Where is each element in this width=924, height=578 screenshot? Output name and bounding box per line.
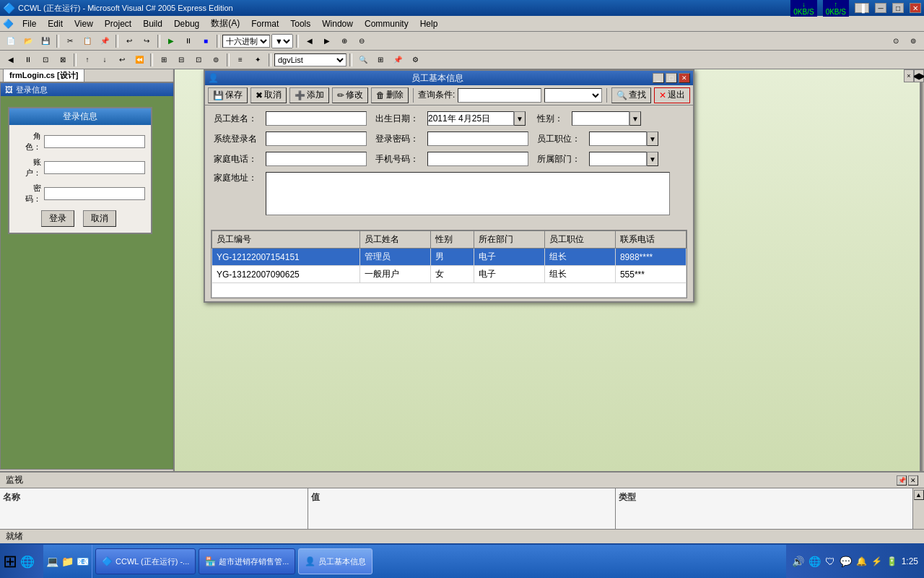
emp-add-btn[interactable]: ➕ 添加 — [289, 87, 329, 103]
menu-edit[interactable]: Edit — [42, 17, 69, 30]
tb2-btn4[interactable]: ⊠ — [55, 53, 71, 67]
emp-cancel-btn[interactable]: ✖ 取消 — [250, 87, 287, 103]
menu-data[interactable]: 数据(A) — [205, 16, 245, 31]
tb2-btn5[interactable]: ↑ — [79, 53, 95, 67]
menu-view[interactable]: View — [69, 17, 99, 30]
menu-debug[interactable]: Debug — [168, 17, 205, 30]
tb-open[interactable]: 📂 — [20, 34, 36, 48]
tb2-btn14[interactable]: ✦ — [250, 53, 266, 67]
table-row[interactable]: YG-13122007090625 一般用户 女 电子 组长 555*** — [212, 266, 687, 283]
emp-maximize-btn[interactable]: □ — [666, 73, 677, 83]
taskbar-item-super[interactable]: 🏪 超市进销存销售管... — [199, 548, 295, 574]
menu-project[interactable]: Project — [99, 17, 137, 30]
tray-icon-6[interactable]: ⚡ — [871, 556, 882, 566]
minimize-button[interactable]: ─ — [875, 3, 886, 13]
emp-minimize-btn[interactable]: _ — [653, 73, 664, 83]
tb-save[interactable]: 💾 — [38, 34, 53, 48]
emp-phone-input[interactable] — [266, 152, 367, 166]
tb2-btn13[interactable]: ≡ — [232, 53, 248, 67]
emp-mobile-input[interactable] — [427, 152, 528, 166]
menu-tools[interactable]: Tools — [284, 17, 316, 30]
tb2-back[interactable]: ◀ — [3, 53, 19, 67]
tb-right2[interactable]: ⊚ — [905, 34, 921, 48]
tray-icon-1[interactable]: 🔊 — [792, 556, 804, 567]
tb2-gear[interactable]: ⚙ — [407, 53, 423, 67]
emp-save-btn[interactable]: 💾 保存 — [208, 87, 248, 103]
menu-community[interactable]: Community — [359, 17, 414, 30]
close-button[interactable]: ✕ — [910, 3, 921, 13]
emp-delete-btn[interactable]: 🗑 删除 — [371, 87, 409, 103]
tb-undo[interactable]: ↩ — [121, 34, 137, 48]
password-input[interactable] — [44, 187, 145, 200]
query-combo[interactable] — [544, 88, 602, 103]
tb-right1[interactable]: ⊙ — [888, 34, 904, 48]
tb-extra4[interactable]: ⊖ — [354, 34, 370, 48]
tb2-btn8[interactable]: ⏪ — [131, 53, 147, 67]
tb2-btn9[interactable]: ⊞ — [156, 53, 172, 67]
ql-btn1[interactable]: 💻 — [46, 556, 58, 567]
monitor-pin-btn[interactable]: 📌 — [897, 475, 907, 486]
menu-window[interactable]: Window — [316, 17, 359, 30]
tb-extra2[interactable]: ▶ — [319, 34, 335, 48]
tb2-pause2[interactable]: ⏸ — [20, 53, 36, 67]
some-btn[interactable]: ▐ — [855, 3, 869, 13]
tb-extra3[interactable]: ⊕ — [336, 34, 352, 48]
tb2-btn10[interactable]: ⊟ — [173, 53, 189, 67]
emp-sysname-input[interactable] — [266, 131, 367, 146]
tb-new[interactable]: 📄 — [3, 34, 19, 48]
start-icon[interactable]: ⊞ — [3, 551, 17, 571]
tb2-btn7[interactable]: ↩ — [114, 53, 130, 67]
emp-close-btn[interactable]: ✕ — [679, 73, 690, 83]
tb-start[interactable]: ▶ — [163, 34, 179, 48]
monitor-tab[interactable]: 监视 — [6, 474, 23, 486]
scroll-up-btn[interactable]: ▲ — [914, 490, 924, 500]
tb2-search[interactable]: 🔍 — [355, 53, 371, 67]
collapse-left-icon[interactable]: ◀▶ — [914, 69, 924, 82]
pin-icon[interactable]: × — [904, 69, 914, 82]
emp-pwd-input[interactable] — [427, 131, 528, 146]
tray-icon-5[interactable]: 🔔 — [856, 556, 867, 566]
cancel-button[interactable]: 取消 — [83, 210, 116, 227]
menu-help[interactable]: Help — [414, 17, 444, 30]
tray-icon-2[interactable]: 🌐 — [808, 556, 821, 567]
position-dropdown-btn[interactable]: ▼ — [647, 131, 658, 146]
tray-icon-7[interactable]: 🔋 — [886, 556, 897, 566]
role-input[interactable] — [44, 135, 145, 148]
table-row[interactable]: YG-12122007154151 管理员 男 电子 组长 8988**** — [212, 249, 687, 266]
emp-exit-btn[interactable]: ✕ 退出 — [654, 87, 690, 103]
account-input[interactable] — [44, 161, 145, 174]
tb2-btn11[interactable]: ⊡ — [191, 53, 206, 67]
quick-launch-ie[interactable]: 🌐 — [20, 555, 35, 569]
ql-btn2[interactable]: 📁 — [61, 556, 74, 567]
menu-format[interactable]: Format — [245, 17, 284, 30]
taskbar-item-ccwl[interactable]: 🔷 CCWL (正在运行) -... — [95, 548, 196, 574]
gender-dropdown-btn[interactable]: ▼ — [629, 111, 641, 126]
tb-stop[interactable]: ■ — [198, 34, 214, 48]
dept-dropdown-btn[interactable]: ▼ — [647, 152, 658, 166]
login-button[interactable]: 登录 — [41, 210, 74, 227]
tb2-btn12[interactable]: ⊚ — [208, 53, 224, 67]
mode-dropdown[interactable]: ▼ — [271, 34, 293, 48]
monitor-close-btn[interactable]: ✕ — [908, 475, 918, 486]
tb-redo[interactable]: ↪ — [139, 34, 154, 48]
taskbar-item-emp[interactable]: 👤 员工基本信息 — [298, 548, 372, 574]
emp-addr-textarea[interactable] — [266, 172, 670, 215]
doc-tab-login[interactable]: frmLogin.cs [设计] — [3, 69, 84, 82]
emp-gender-input[interactable] — [572, 111, 629, 126]
emp-name-input[interactable] — [266, 111, 367, 126]
query-input[interactable] — [458, 88, 541, 103]
tray-icon-4[interactable]: 💬 — [840, 556, 852, 567]
dob-dropdown-btn[interactable]: ▼ — [514, 111, 526, 126]
emp-dept-input[interactable] — [589, 152, 647, 166]
tb2-btn6[interactable]: ↓ — [97, 53, 113, 67]
tb-extra1[interactable]: ◀ — [302, 34, 318, 48]
tb-cut[interactable]: ✂ — [62, 34, 78, 48]
menu-file[interactable]: File — [17, 17, 42, 30]
tb-pause[interactable]: ⏸ — [180, 34, 196, 48]
maximize-button[interactable]: □ — [892, 3, 904, 13]
emp-dob-input[interactable] — [427, 111, 514, 126]
menu-build[interactable]: Build — [137, 17, 168, 30]
tb-paste[interactable]: 📌 — [97, 34, 113, 48]
emp-edit-btn[interactable]: ✏ 修改 — [332, 87, 368, 103]
tb2-pin[interactable]: 📌 — [390, 53, 406, 67]
